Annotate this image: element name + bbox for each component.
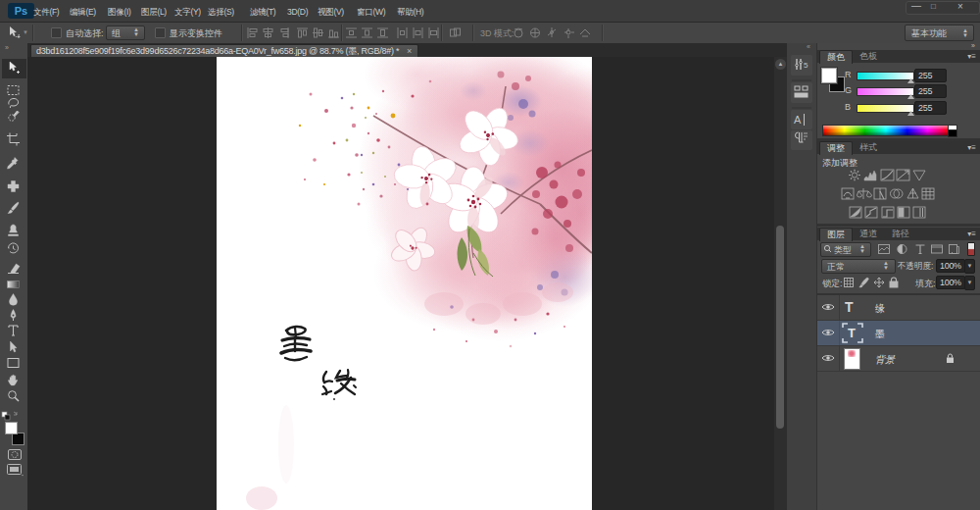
svg-text:»: » <box>5 44 9 51</box>
svg-text:5: 5 <box>804 61 808 70</box>
svg-text:A: A <box>794 114 802 126</box>
svg-text:«: « <box>807 43 810 50</box>
svg-text:T: T <box>848 326 856 340</box>
